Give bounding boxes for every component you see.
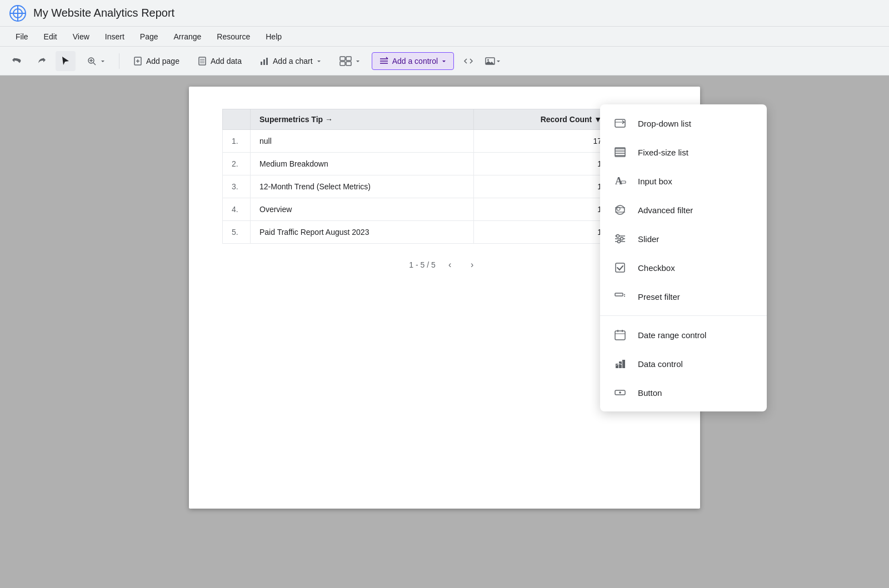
dropdown-section-2: Date range control Data control (600, 315, 767, 411)
add-data-label: Add data (211, 57, 242, 66)
data-control-icon (611, 355, 629, 373)
data-control-label: Data control (638, 359, 683, 369)
dropdown-item-button[interactable]: Button (600, 378, 767, 407)
image-button[interactable] (483, 51, 503, 71)
menu-file[interactable]: File (9, 30, 35, 43)
add-page-button[interactable]: Add page (126, 53, 186, 69)
add-control-button[interactable]: Add a control (372, 52, 455, 70)
dropdown-item-fixed-size-list[interactable]: Fixed-size list (600, 138, 767, 167)
pagination-prev[interactable]: ‹ (442, 257, 458, 273)
menu-edit[interactable]: Edit (37, 30, 64, 43)
svg-rect-28 (615, 119, 625, 127)
svg-point-27 (487, 59, 489, 61)
pagination-next[interactable]: › (465, 257, 480, 273)
input-box-icon: A (611, 172, 629, 190)
menu-help[interactable]: Help (259, 30, 288, 43)
checkbox-icon (611, 259, 629, 277)
pagination-label: 1 - 5 / 5 (409, 260, 435, 269)
redo-button[interactable] (31, 51, 51, 71)
svg-rect-16 (263, 59, 265, 65)
dropdown-item-preset-filter[interactable]: Preset filter (600, 282, 767, 311)
svg-rect-21 (346, 62, 351, 66)
menu-view[interactable]: View (66, 30, 96, 43)
table-row: 5. Paid Traffic Report August 2023 1 (223, 221, 611, 244)
add-chart-label: Add a chart (273, 57, 313, 66)
widget-button[interactable] (333, 53, 367, 69)
preset-filter-label: Preset filter (638, 292, 680, 301)
checkbox-label: Checkbox (638, 263, 675, 273)
table-row-count: 1 (473, 221, 611, 244)
advanced-filter-icon (611, 201, 629, 219)
table-row-num: 2. (223, 153, 251, 175)
table-row: 2. Medium Breakdown 1 (223, 153, 611, 175)
svg-rect-51 (615, 331, 625, 340)
menu-page[interactable]: Page (133, 30, 165, 43)
table-row-label: Paid Traffic Report August 2023 (251, 221, 474, 244)
svg-rect-20 (340, 62, 345, 66)
svg-rect-17 (266, 58, 268, 65)
dropdown-item-checkbox[interactable]: Checkbox (600, 253, 767, 282)
toolbar: Add page Add data Add a chart (0, 47, 889, 76)
code-view-button[interactable] (458, 51, 478, 71)
toolbar-sep-1 (119, 53, 119, 69)
dropdown-item-slider[interactable]: Slider (600, 224, 767, 253)
preset-filter-icon (611, 288, 629, 305)
table-row-count: 1 (473, 198, 611, 221)
table-header-count[interactable]: Record Count ▼ (473, 109, 611, 130)
data-table: Supermetrics Tip → Record Count ▼ 1. nul… (222, 109, 611, 244)
canvas-area: Supermetrics Tip → Record Count ▼ 1. nul… (0, 76, 889, 588)
button-label: Button (638, 388, 662, 398)
page-title: My Website Analytics Report (33, 7, 880, 19)
button-icon (611, 384, 629, 401)
svg-rect-18 (340, 57, 345, 61)
fixed-size-list-icon (611, 143, 629, 161)
dropdown-item-advanced-filter[interactable]: Advanced filter (600, 195, 767, 224)
svg-point-45 (621, 238, 623, 240)
dropdown-list-label: Drop-down list (638, 119, 691, 128)
table-row: 4. Overview 1 (223, 198, 611, 221)
control-dropdown-menu: Drop-down list Fixed-size list (600, 104, 767, 411)
advanced-filter-label: Advanced filter (638, 205, 693, 215)
table-row-label: null (251, 130, 474, 153)
add-data-button[interactable]: Add data (191, 53, 248, 69)
table-header-tip[interactable]: Supermetrics Tip → (251, 109, 474, 130)
app-logo (9, 4, 27, 22)
table-row-count: 17 (473, 130, 611, 153)
dropdown-item-input-box[interactable]: A Input box (600, 167, 767, 195)
slider-label: Slider (638, 234, 659, 244)
svg-point-44 (617, 235, 620, 238)
cursor-button[interactable] (56, 51, 76, 71)
menu-resource[interactable]: Resource (210, 30, 257, 43)
table-header-row-num (223, 109, 251, 130)
table-row-count: 1 (473, 153, 611, 175)
svg-rect-15 (261, 62, 262, 65)
zoom-button[interactable] (80, 53, 112, 69)
undo-button[interactable] (7, 51, 27, 71)
table-row: 1. null 17 (223, 130, 611, 153)
date-range-label: Date range control (638, 330, 706, 340)
table-row-label: 12-Month Trend (Select Metrics) (251, 175, 474, 198)
table-row-num: 1. (223, 130, 251, 153)
menu-bar: File Edit View Insert Page Arrange Resou… (0, 27, 889, 47)
menu-insert[interactable]: Insert (98, 30, 131, 43)
title-bar: My Website Analytics Report (0, 0, 889, 27)
menu-arrange[interactable]: Arrange (167, 30, 208, 43)
add-chart-button[interactable]: Add a chart (253, 53, 328, 69)
date-range-icon (611, 326, 629, 344)
slider-icon (611, 230, 629, 248)
table-row-num: 3. (223, 175, 251, 198)
dropdown-item-dropdown-list[interactable]: Drop-down list (600, 109, 767, 138)
svg-rect-48 (615, 293, 623, 296)
svg-rect-56 (619, 361, 622, 368)
table-row-num: 4. (223, 198, 251, 221)
dropdown-section-1: Drop-down list Fixed-size list (600, 104, 767, 315)
svg-rect-19 (346, 57, 351, 61)
dropdown-item-data-control[interactable]: Data control (600, 349, 767, 378)
table-row-label: Overview (251, 198, 474, 221)
fixed-size-list-label: Fixed-size list (638, 148, 688, 157)
dropdown-item-date-range[interactable]: Date range control (600, 320, 767, 349)
add-control-label: Add a control (392, 57, 438, 66)
svg-point-46 (618, 240, 621, 243)
table-row-count: 1 (473, 175, 611, 198)
add-page-label: Add page (146, 57, 179, 66)
